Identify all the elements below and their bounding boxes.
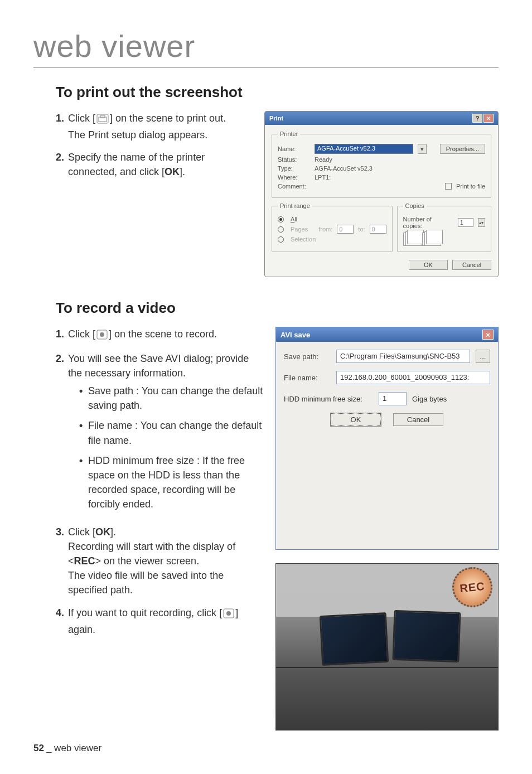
text: Click [	[68, 328, 95, 340]
step-number: 4.	[56, 606, 68, 637]
page-number: 52	[33, 743, 44, 753]
cancel-button[interactable]: Cancel	[452, 260, 491, 270]
step-number: 2.	[56, 150, 68, 179]
text: Click [	[68, 526, 95, 538]
range-selection-label: Selection	[291, 236, 316, 243]
ok-label-inline: OK	[165, 166, 180, 177]
ok-label-inline: OK	[95, 526, 110, 538]
step-body: Specify the name of the printer connecte…	[68, 150, 254, 179]
dialog-title: Print	[269, 115, 283, 122]
text: If you want to quit recording, click [	[68, 607, 222, 618]
dialog-titlebar: Print ? ×	[265, 112, 498, 125]
status-value: Ready	[315, 156, 332, 163]
step-number: 1.	[56, 111, 68, 142]
close-button[interactable]: ×	[482, 330, 494, 340]
copies-group: Copies Number of copies: 1 ▴▾ 3 3	[397, 202, 491, 252]
step-body: If you want to quit recording, click [] …	[68, 606, 265, 637]
hdd-label: HDD minimum free size:	[284, 395, 373, 403]
hdd-size-input[interactable]: 1	[379, 392, 407, 405]
num-copies-label: Number of copies:	[403, 216, 449, 229]
monitor-illustration	[392, 610, 461, 662]
hdd-unit-label: Giga bytes	[412, 395, 447, 403]
text: Click [	[68, 113, 95, 124]
from-input[interactable]: 0	[337, 225, 354, 234]
step-body: You will see the Save AVI dialog; provid…	[68, 351, 265, 517]
range-pages-label: Pages	[291, 226, 308, 233]
rec-badge: REC	[450, 565, 494, 609]
step-body: Click [] on the scene to print out. The …	[68, 111, 254, 142]
range-all-radio[interactable]	[278, 216, 284, 222]
range-selection-radio[interactable]	[278, 236, 284, 243]
help-button[interactable]: ?	[472, 114, 482, 123]
filename-input[interactable]: 192.168.0.200_60001_20090903_1123:	[336, 371, 490, 384]
where-value: LPT1:	[315, 174, 331, 181]
from-label: from:	[318, 226, 332, 233]
camera-preview: REC	[275, 563, 499, 731]
range-pages-radio[interactable]	[278, 226, 284, 233]
group-label: Print range	[278, 202, 312, 209]
ok-button[interactable]: OK	[409, 260, 448, 270]
record-icon	[96, 329, 108, 344]
print-to-file-label: Print to file	[456, 183, 485, 190]
page-header: web viewer	[33, 28, 499, 68]
close-button[interactable]: ×	[483, 114, 494, 123]
spinner-icon[interactable]: ▴▾	[478, 218, 485, 227]
text: > on the viewer screen.	[95, 555, 200, 567]
savepath-label: Save path:	[284, 352, 331, 361]
list-item: Save path : You can change the default s…	[79, 384, 265, 413]
print-dialog: Print ? × Printer Name: AGFA-AccuSet v52…	[264, 111, 499, 277]
properties-button[interactable]: Properties...	[440, 144, 485, 154]
printer-icon	[96, 113, 109, 128]
record-icon	[223, 608, 234, 622]
group-label: Copies	[403, 202, 427, 209]
text: ].	[180, 166, 185, 177]
svg-point-6	[226, 611, 231, 616]
print-to-file-checkbox[interactable]	[445, 183, 452, 190]
type-value: AGFA-AccuSet v52.3	[315, 165, 373, 172]
text: ].	[110, 526, 116, 538]
num-copies-input[interactable]: 1	[458, 218, 473, 227]
monitor-illustration	[320, 612, 389, 666]
dialog-titlebar: AVI save ×	[276, 327, 498, 342]
step-body: Click [OK]. Recording will start with th…	[68, 525, 265, 597]
footer-label: _ web viewer	[46, 743, 101, 753]
step-number: 3.	[56, 525, 68, 597]
text: ] on the scene to print out.	[110, 113, 226, 124]
step-number: 2.	[56, 351, 68, 517]
ok-button[interactable]: OK	[331, 413, 381, 426]
step-body: Click [] on the scene to record.	[68, 327, 265, 344]
range-all-label: AAllll	[291, 216, 297, 222]
list-item: HDD minimum free size : If the free spac…	[79, 453, 265, 511]
browse-button[interactable]: ...	[476, 350, 490, 363]
to-label: to:	[358, 226, 365, 233]
name-label: Name:	[278, 146, 310, 152]
type-label: Type:	[278, 165, 310, 172]
text: You will see the Save AVI dialog; provid…	[68, 353, 249, 379]
print-range-group: Print range AAllll Pages from: 0 to: 0	[272, 202, 393, 252]
group-label: Printer	[278, 130, 300, 137]
svg-point-4	[100, 332, 104, 337]
status-label: Status:	[278, 156, 310, 163]
collate-illustration: 3 3	[403, 233, 485, 246]
printer-group: Printer Name: AGFA-AccuSet v52.3 ▾ Prope…	[272, 130, 491, 198]
savepath-input[interactable]: C:\Program Files\Samsung\SNC-B53	[336, 350, 470, 363]
printer-select[interactable]: AGFA-AccuSet v52.3	[315, 144, 413, 154]
avi-save-dialog: AVI save × Save path: C:\Program Files\S…	[275, 327, 499, 550]
text: The Print setup dialog appears.	[68, 129, 207, 141]
filename-label: File name:	[284, 374, 331, 382]
section-title-print: To print out the screenshot	[56, 84, 499, 101]
where-label: Where:	[278, 174, 310, 181]
page-footer: 52_ web viewer	[33, 743, 101, 754]
text: The video file will be saved into the sp…	[68, 570, 224, 596]
dialog-title: AVI save	[280, 331, 310, 339]
comment-label: Comment:	[278, 183, 310, 190]
cancel-button[interactable]: Cancel	[393, 413, 443, 426]
text: ] on the scene to record.	[109, 328, 217, 340]
rec-badge-label: REC	[459, 579, 485, 595]
chevron-down-icon[interactable]: ▾	[418, 144, 427, 154]
to-input[interactable]: 0	[370, 225, 386, 234]
rec-label-inline: REC	[74, 555, 95, 567]
list-item: File name : You can change the default f…	[79, 418, 265, 447]
section-title-record: To record a video	[56, 299, 499, 317]
step-number: 1.	[56, 327, 68, 344]
